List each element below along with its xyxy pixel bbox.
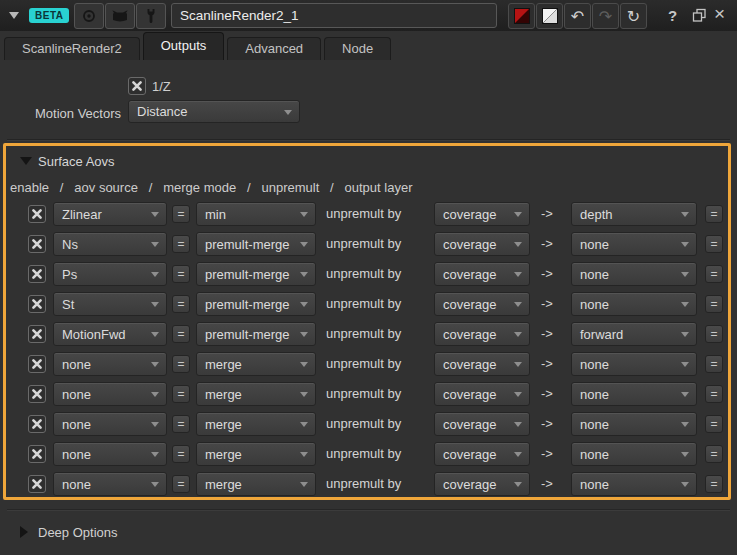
aov-source-expression-button[interactable]: = [172, 325, 190, 343]
checkmark-x-icon [31, 298, 43, 310]
unpremult-channel-dropdown[interactable]: coverage [434, 322, 530, 346]
output-layer-dropdown[interactable]: none [571, 232, 697, 256]
unpremult-channel-dropdown[interactable]: coverage [434, 442, 530, 466]
float-window-button[interactable] [692, 8, 707, 27]
enable-checkbox[interactable] [28, 445, 46, 463]
merge-mode-dropdown[interactable]: merge [196, 442, 316, 466]
settings-button[interactable] [136, 3, 166, 29]
aov-source-dropdown[interactable]: none [53, 472, 167, 496]
output-layer-dropdown[interactable]: depth [571, 202, 697, 226]
output-layer-dropdown[interactable]: none [571, 292, 697, 316]
unpremult-channel-dropdown[interactable]: coverage [434, 472, 530, 496]
merge-mode-dropdown[interactable]: premult-merge [196, 292, 316, 316]
background-color-button[interactable] [536, 3, 563, 29]
output-layer-expression-button[interactable]: = [705, 265, 723, 283]
deep-options-disclosure-icon[interactable] [20, 526, 28, 538]
aov-source-dropdown[interactable]: Ns [53, 232, 167, 256]
enable-checkbox[interactable] [28, 325, 46, 343]
output-layer-dropdown[interactable]: none [571, 262, 697, 286]
output-layer-expression-button[interactable]: = [705, 355, 723, 373]
output-layer-dropdown[interactable]: none [571, 442, 697, 466]
unpremult-channel-dropdown[interactable]: coverage [434, 352, 530, 376]
properties-tab-bar: ScanlineRender2 Outputs Advanced Node [0, 31, 737, 60]
unpremult-channel-dropdown[interactable]: coverage [434, 262, 530, 286]
merge-mode-dropdown[interactable]: min [196, 202, 316, 226]
aov-source-expression-button[interactable]: = [172, 265, 190, 283]
tab-node[interactable]: Node [324, 37, 391, 60]
output-layer-dropdown[interactable]: none [571, 412, 697, 436]
chevron-down-icon [300, 302, 308, 307]
aov-source-expression-button[interactable]: = [172, 475, 190, 493]
undo-button[interactable]: ↶ [564, 3, 591, 29]
redo-button[interactable]: ↷ [592, 3, 619, 29]
enable-checkbox[interactable] [28, 385, 46, 403]
close-button[interactable]: × [714, 3, 725, 25]
aov-source-expression-button[interactable]: = [172, 235, 190, 253]
output-layer-expression-button[interactable]: = [705, 205, 723, 223]
chevron-down-icon [151, 272, 159, 277]
merge-mode-dropdown[interactable]: premult-merge [196, 232, 316, 256]
aov-source-expression-button[interactable]: = [172, 445, 190, 463]
tab-advanced[interactable]: Advanced [227, 37, 321, 60]
aov-source-dropdown[interactable]: none [53, 412, 167, 436]
output-layer-expression-button[interactable]: = [705, 295, 723, 313]
center-viewer-button[interactable] [74, 3, 104, 29]
aov-source-expression-button[interactable]: = [172, 295, 190, 313]
output-layer-expression-button[interactable]: = [705, 475, 723, 493]
output-layer-expression-button[interactable]: = [705, 235, 723, 253]
chevron-down-icon [514, 242, 522, 247]
aov-source-expression-button[interactable]: = [172, 205, 190, 223]
surface-aovs-disclosure-icon[interactable] [20, 157, 32, 165]
output-layer-expression-button[interactable]: = [705, 445, 723, 463]
mask-button[interactable] [105, 3, 135, 29]
chevron-down-icon [300, 212, 308, 217]
aov-source-expression-button[interactable]: = [172, 385, 190, 403]
aov-source-dropdown[interactable]: none [53, 352, 167, 376]
merge-mode-dropdown[interactable]: merge [196, 412, 316, 436]
merge-mode-dropdown[interactable]: premult-merge [196, 262, 316, 286]
output-layer-dropdown[interactable]: forward [571, 322, 697, 346]
enable-checkbox[interactable] [28, 235, 46, 253]
revert-button[interactable]: ↻ [620, 3, 647, 29]
merge-mode-dropdown[interactable]: merge [196, 352, 316, 376]
aov-source-dropdown[interactable]: MotionFwd [53, 322, 167, 346]
one-over-z-checkbox[interactable] [128, 77, 146, 95]
output-layer-dropdown[interactable]: none [571, 472, 697, 496]
unpremult-channel-dropdown[interactable]: coverage [434, 292, 530, 316]
node-name-input[interactable] [171, 3, 497, 28]
output-layer-dropdown[interactable]: none [571, 382, 697, 406]
unpremult-channel-dropdown[interactable]: coverage [434, 202, 530, 226]
output-layer-expression-button[interactable]: = [705, 415, 723, 433]
panel-disclosure-icon[interactable] [9, 12, 19, 19]
merge-mode-dropdown[interactable]: merge [196, 472, 316, 496]
help-button[interactable]: ? [668, 7, 677, 24]
enable-checkbox[interactable] [28, 295, 46, 313]
foreground-color-button[interactable] [508, 3, 535, 29]
enable-checkbox[interactable] [28, 355, 46, 373]
aov-source-dropdown[interactable]: St [53, 292, 167, 316]
tab-outputs[interactable]: Outputs [143, 32, 225, 60]
aov-source-dropdown[interactable]: none [53, 382, 167, 406]
enable-checkbox[interactable] [28, 265, 46, 283]
aov-source-expression-button[interactable]: = [172, 415, 190, 433]
chevron-down-icon [151, 482, 159, 487]
output-layer-dropdown[interactable]: none [571, 352, 697, 376]
enable-checkbox[interactable] [28, 205, 46, 223]
enable-checkbox[interactable] [28, 415, 46, 433]
tab-scanlinerender2[interactable]: ScanlineRender2 [4, 37, 140, 60]
checkmark-x-icon [31, 418, 43, 430]
enable-checkbox[interactable] [28, 475, 46, 493]
unpremult-channel-dropdown[interactable]: coverage [434, 232, 530, 256]
arrow-label: -> [541, 236, 553, 251]
aov-source-expression-button[interactable]: = [172, 355, 190, 373]
unpremult-channel-dropdown[interactable]: coverage [434, 412, 530, 436]
aov-source-dropdown[interactable]: none [53, 442, 167, 466]
merge-mode-dropdown[interactable]: premult-merge [196, 322, 316, 346]
output-layer-expression-button[interactable]: = [705, 385, 723, 403]
aov-source-dropdown[interactable]: Ps [53, 262, 167, 286]
unpremult-channel-dropdown[interactable]: coverage [434, 382, 530, 406]
motion-vectors-dropdown[interactable]: Distance [128, 100, 300, 123]
aov-source-dropdown[interactable]: Zlinear [53, 202, 167, 226]
output-layer-expression-button[interactable]: = [705, 325, 723, 343]
merge-mode-dropdown[interactable]: merge [196, 382, 316, 406]
